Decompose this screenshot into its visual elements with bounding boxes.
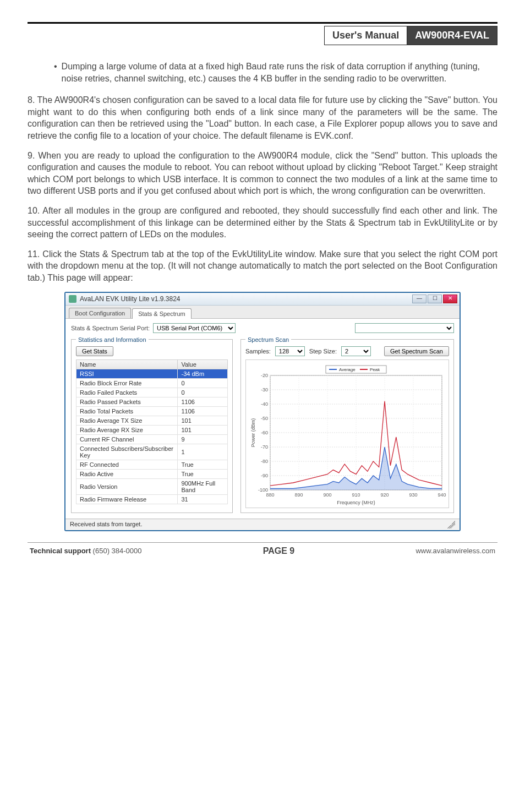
stat-name: Current RF Channel [76, 434, 178, 444]
resize-grip-icon[interactable] [447, 521, 455, 528]
step-select[interactable]: 2 [341, 346, 371, 356]
paragraph-11: 11. Click the Stats & Spectrum tab at th… [28, 248, 497, 284]
svg-text:940: 940 [438, 492, 446, 498]
tab-stats-spectrum[interactable]: Stats & Spectrum [132, 308, 192, 319]
table-row[interactable]: Radio Average RX Size101 [76, 425, 228, 434]
svg-text:-80: -80 [261, 459, 268, 464]
samples-select[interactable]: 128 [275, 346, 305, 356]
bullet-item: • Dumping a large volume of data at a fi… [54, 61, 497, 84]
table-row[interactable]: Radio Passed Packets1106 [76, 397, 228, 406]
spectrum-panel: Spectrum Scan Samples: 128 Step Size: 2 … [240, 336, 454, 513]
status-text: Received stats from target. [70, 521, 142, 528]
table-row[interactable]: Radio Block Error Rate0 [76, 378, 228, 388]
footer-rule [28, 542, 497, 543]
secondary-select[interactable] [355, 323, 454, 333]
step-label: Step Size: [309, 348, 337, 355]
stat-value: 9 [178, 434, 228, 444]
maximize-button[interactable]: ☐ [428, 295, 442, 303]
stat-name: Radio Average RX Size [76, 425, 178, 434]
header-rule [28, 22, 497, 24]
app-window: AvaLAN EVK Utility Lite v1.9.3824 — ☐ ✕ … [64, 292, 461, 531]
stat-value: 0 [178, 378, 228, 388]
stat-value: 1 [178, 444, 228, 460]
stat-value: 101 [178, 416, 228, 425]
stat-name: Radio Passed Packets [76, 397, 178, 406]
table-row[interactable]: Connected Subscribers/Subscriber Key1 [76, 444, 228, 460]
svg-text:920: 920 [380, 492, 389, 498]
stat-value: 101 [178, 425, 228, 434]
table-row[interactable]: Radio Version900MHz Full Band [76, 478, 228, 494]
header-manual-label: User's Manual [324, 26, 407, 45]
svg-text:-50: -50 [261, 416, 268, 421]
table-row[interactable]: Radio ActiveTrue [76, 469, 228, 478]
svg-text:-60: -60 [261, 430, 268, 435]
svg-text:-40: -40 [261, 401, 268, 407]
footer: Technical support (650) 384-0000 PAGE 9 … [28, 546, 497, 567]
stat-name: Radio Version [76, 478, 178, 494]
table-row[interactable]: Current RF Channel9 [76, 434, 228, 444]
table-row[interactable]: Radio Total Packets1106 [76, 406, 228, 416]
close-button[interactable]: ✕ [443, 295, 457, 303]
col-name[interactable]: Name [76, 359, 178, 369]
titlebar: AvaLAN EVK Utility Lite v1.9.3824 — ☐ ✕ [65, 293, 460, 306]
stat-value: 0 [178, 388, 228, 397]
samples-label: Samples: [245, 348, 271, 355]
table-row[interactable]: RF ConnectedTrue [76, 460, 228, 469]
stats-legend: Statistics and Information [76, 336, 149, 343]
window-title: AvaLAN EVK Utility Lite v1.9.3824 [80, 295, 181, 303]
serial-port-select[interactable]: USB Serial Port (COM6) [153, 323, 236, 333]
svg-text:-90: -90 [261, 473, 268, 478]
stat-value: -34 dBm [178, 369, 228, 378]
stat-name: RF Connected [76, 460, 178, 469]
stat-name: Radio Block Error Rate [76, 378, 178, 388]
stat-value: True [178, 469, 228, 478]
header-model-label: AW900R4-EVAL [407, 26, 497, 45]
stat-name: Radio Average TX Size [76, 416, 178, 425]
stat-name: Radio Firmware Release [76, 494, 178, 504]
svg-text:Peak: Peak [370, 367, 380, 372]
bullet-dot-icon: • [54, 61, 57, 84]
svg-text:930: 930 [409, 492, 417, 498]
svg-text:Average: Average [339, 367, 356, 372]
paragraph-8: 8. The AW900R4's chosen configuration ca… [28, 94, 497, 141]
svg-text:900: 900 [323, 492, 331, 498]
table-row[interactable]: Radio Firmware Release31 [76, 494, 228, 504]
serial-port-label: Stats & Spectrum Serial Port: [71, 325, 150, 331]
tab-row: Boot Configuration Stats & Spectrum [65, 306, 460, 319]
get-stats-button[interactable]: Get Stats [76, 346, 113, 356]
footer-support: Technical support (650) 384-0000 [30, 547, 142, 555]
minimize-button[interactable]: — [412, 295, 426, 303]
footer-url: www.avalanwireless.com [415, 547, 495, 555]
svg-text:-30: -30 [261, 387, 268, 393]
stat-name: RSSI [76, 369, 178, 378]
svg-text:910: 910 [352, 492, 360, 498]
svg-text:Frequency (MHz): Frequency (MHz) [337, 500, 375, 505]
svg-text:Power (dBm): Power (dBm) [250, 418, 256, 447]
spectrum-chart: -20-30-40-50-60-70-80-90-100880890900910… [245, 359, 449, 508]
stat-value: 1106 [178, 397, 228, 406]
app-icon [69, 295, 76, 303]
header-bar: User's Manual AW900R4-EVAL [28, 26, 497, 45]
paragraph-9: 9. When you are ready to upload the conf… [28, 150, 497, 197]
stat-value: 1106 [178, 406, 228, 416]
col-value[interactable]: Value [178, 359, 228, 369]
status-bar: Received stats from target. [65, 519, 460, 530]
get-spectrum-button[interactable]: Get Spectrum Scan [384, 346, 449, 356]
bullet-text: Dumping a large volume of data at a fixe… [62, 61, 497, 84]
svg-text:-20: -20 [261, 373, 268, 378]
spectrum-legend: Spectrum Scan [245, 336, 291, 343]
footer-page: PAGE 9 [263, 546, 295, 556]
stat-name: Radio Active [76, 469, 178, 478]
svg-text:880: 880 [266, 492, 274, 498]
stat-name: Radio Failed Packets [76, 388, 178, 397]
tab-boot-configuration[interactable]: Boot Configuration [69, 308, 131, 318]
stats-panel: Statistics and Information Get Stats Nam… [71, 336, 233, 513]
table-row[interactable]: Radio Average TX Size101 [76, 416, 228, 425]
table-row[interactable]: RSSI-34 dBm [76, 369, 228, 378]
svg-text:890: 890 [294, 492, 303, 498]
stat-value: True [178, 460, 228, 469]
svg-text:-70: -70 [261, 444, 268, 450]
stat-value: 31 [178, 494, 228, 504]
table-row[interactable]: Radio Failed Packets0 [76, 388, 228, 397]
stat-value: 900MHz Full Band [178, 478, 228, 494]
